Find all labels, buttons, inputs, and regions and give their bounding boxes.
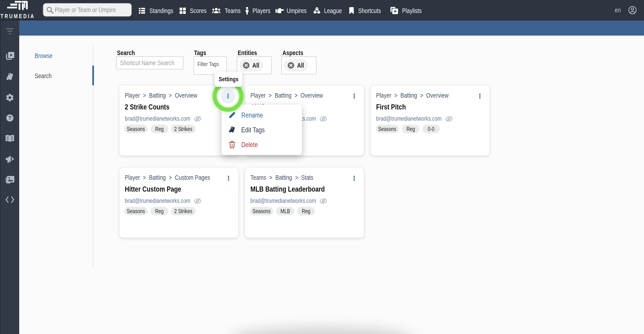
svg-text:?: ?: [8, 115, 12, 121]
